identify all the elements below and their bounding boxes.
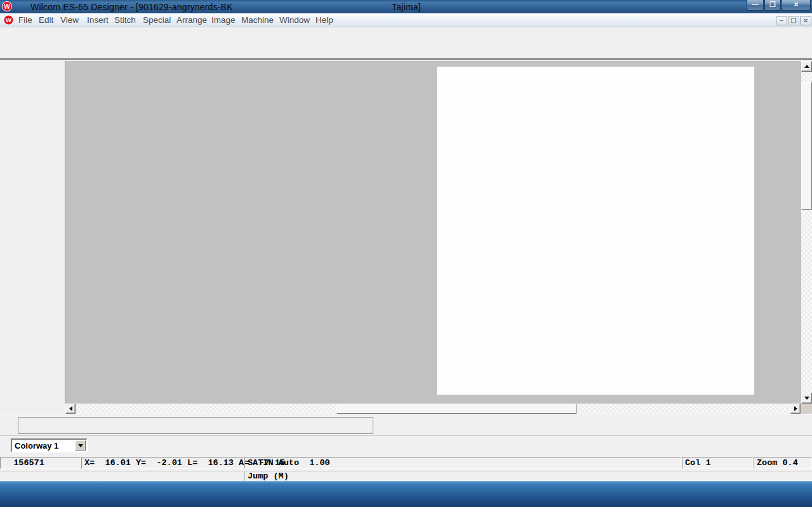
- svg-text:W: W: [6, 17, 11, 23]
- svg-text:W: W: [4, 3, 10, 10]
